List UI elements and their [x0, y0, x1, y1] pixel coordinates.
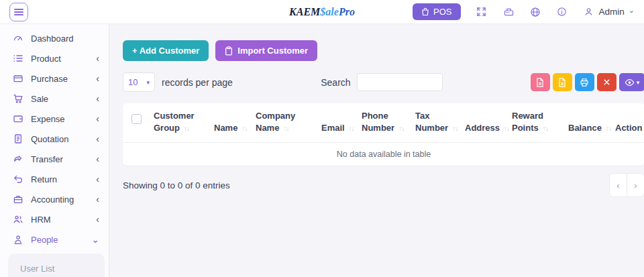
- chevron-left-icon: ‹: [96, 134, 99, 144]
- empty-message: No data available in table: [123, 143, 644, 166]
- add-customer-button[interactable]: + Add Customer: [123, 40, 209, 61]
- wallet-icon: [13, 113, 23, 124]
- caret-down-icon: ▾: [637, 79, 640, 86]
- col-name[interactable]: Name↑↓: [209, 103, 250, 143]
- sidebar-item-people[interactable]: People ⌄: [0, 229, 109, 250]
- logo-kaem: KAEM: [289, 6, 320, 17]
- search-input[interactable]: [357, 73, 443, 91]
- sidebar-item-dashboard[interactable]: Dashboard: [0, 28, 109, 48]
- close-icon: [603, 78, 610, 86]
- records-per-page-label: records per page: [162, 77, 233, 88]
- sort-icon[interactable]: ↑↓: [504, 125, 509, 132]
- sidebar-item-label: Transfer: [31, 154, 63, 164]
- info-icon[interactable]: [557, 6, 568, 17]
- close-button[interactable]: [597, 73, 616, 91]
- records-per-page-value: 10: [128, 77, 138, 87]
- excel-file-icon: [558, 78, 566, 87]
- logo-pro: Pro: [339, 6, 355, 17]
- user-icon: [584, 6, 595, 17]
- sidebar-item-quotation[interactable]: Quotation ‹: [0, 129, 109, 149]
- import-customer-label: Import Customer: [237, 46, 308, 56]
- sidebar-item-label: Sale: [31, 94, 48, 104]
- chevron-left-icon: ‹: [96, 94, 99, 103]
- admin-menu[interactable]: Admin ⌄: [584, 6, 635, 17]
- chevron-left-icon: ‹: [96, 74, 99, 83]
- column-visibility-button[interactable]: ▾: [619, 73, 644, 91]
- col-reward-points[interactable]: Reward Points↑↓: [506, 103, 563, 143]
- pdf-file-icon: [536, 78, 544, 87]
- navbar-right-group: POS Admin ⌄: [413, 3, 635, 20]
- chevron-down-icon: ⌄: [91, 235, 99, 244]
- sort-icon[interactable]: ↑↓: [184, 125, 189, 132]
- pos-button[interactable]: POS: [413, 3, 460, 20]
- table-header-row: Customer Group↑↓ Name↑↓ Company Name↑↓ E…: [123, 103, 644, 143]
- dashboard-icon: [13, 33, 23, 44]
- chevron-left-icon: ‹: [96, 215, 99, 224]
- col-phone-number[interactable]: Phone Number↑↓: [356, 103, 410, 143]
- export-pdf-button[interactable]: [531, 73, 550, 91]
- sidebar-item-sale[interactable]: Sale ‹: [0, 89, 109, 109]
- sidebar-item-label: Dashboard: [31, 34, 74, 44]
- transfer-share-icon: [13, 154, 23, 164]
- sidebar-item-label: Expense: [31, 114, 65, 124]
- col-tax-number[interactable]: Tax Number↑↓: [410, 103, 460, 143]
- table-footer-row: Showing 0 to 0 of 0 entries ‹ ›: [123, 173, 644, 197]
- print-button[interactable]: [575, 73, 594, 91]
- sort-icon[interactable]: ↑↓: [606, 125, 611, 132]
- pagination-next-button[interactable]: ›: [627, 173, 644, 197]
- sidebar-item-accounting[interactable]: Accounting ‹: [0, 189, 109, 209]
- sidebar-item-label: Product: [31, 54, 61, 64]
- empty-row: No data available in table: [123, 143, 644, 166]
- sidebar-subitem-user-list[interactable]: User List: [8, 254, 105, 274]
- sort-icon[interactable]: ↑↓: [543, 125, 548, 132]
- person-icon: [13, 234, 23, 245]
- select-all-checkbox[interactable]: [131, 114, 142, 124]
- document-icon: [13, 133, 23, 144]
- sidebar-item-label: Quotation: [31, 134, 68, 144]
- chevron-left-icon: ‹: [96, 114, 99, 123]
- chevron-right-icon: ›: [634, 180, 637, 190]
- select-all-cell: [123, 103, 148, 143]
- sort-icon[interactable]: ↑↓: [398, 125, 404, 132]
- sidebar-item-label: Return: [31, 174, 57, 184]
- sidebar-item-label: Purchase: [31, 74, 68, 84]
- col-balance[interactable]: Balance↑↓: [563, 103, 610, 143]
- sort-icon[interactable]: ↑↓: [283, 125, 288, 132]
- return-undo-icon: [13, 174, 23, 184]
- sort-icon[interactable]: ↑↓: [349, 125, 354, 132]
- pos-button-label: POS: [433, 7, 451, 17]
- sidebar-item-product[interactable]: Product ‹: [0, 48, 109, 68]
- chevron-left-icon: ‹: [96, 54, 99, 63]
- product-list-icon: [13, 53, 23, 64]
- search-group: Search: [321, 73, 442, 91]
- export-excel-button[interactable]: [553, 73, 572, 91]
- cash-register-icon[interactable]: [503, 6, 515, 17]
- customer-table-card: Customer Group↑↓ Name↑↓ Company Name↑↓ E…: [123, 103, 644, 166]
- sidebar-item-purchase[interactable]: Purchase ‹: [0, 68, 109, 89]
- globe-icon[interactable]: [530, 6, 541, 17]
- chevron-left-icon: ‹: [96, 174, 99, 184]
- sidebar-item-hrm[interactable]: HRM ‹: [0, 209, 109, 229]
- logo-sale: $ale: [320, 6, 339, 17]
- pagination-prev-button[interactable]: ‹: [609, 173, 627, 197]
- sort-icon[interactable]: ↑↓: [452, 125, 458, 132]
- fullscreen-icon[interactable]: [476, 6, 488, 17]
- import-customer-button[interactable]: Import Customer: [215, 40, 317, 61]
- col-company-name[interactable]: Company Name↑↓: [250, 103, 316, 143]
- sidebar-toggle-button[interactable]: [9, 3, 28, 21]
- sidebar-item-expense[interactable]: Expense ‹: [0, 109, 109, 129]
- col-customer-group[interactable]: Customer Group↑↓: [148, 103, 209, 143]
- shopping-cart-icon: [13, 93, 23, 104]
- sort-icon[interactable]: ↑↓: [241, 125, 247, 132]
- people-submenu: User List: [8, 254, 105, 277]
- sidebar-item-label: Accounting: [31, 195, 74, 205]
- col-address[interactable]: Address↑↓: [460, 103, 506, 143]
- chevron-left-icon: ‹: [96, 195, 99, 204]
- sidebar-item-return[interactable]: Return ‹: [0, 169, 109, 189]
- sidebar-item-transfer[interactable]: Transfer ‹: [0, 149, 109, 169]
- records-per-page-select[interactable]: 10 ▾: [123, 72, 155, 92]
- showing-entries-text: Showing 0 to 0 of 0 entries: [123, 180, 230, 190]
- chevron-left-icon: ‹: [96, 154, 99, 164]
- add-customer-label: + Add Customer: [132, 46, 199, 56]
- col-email[interactable]: Email↑↓: [316, 103, 356, 143]
